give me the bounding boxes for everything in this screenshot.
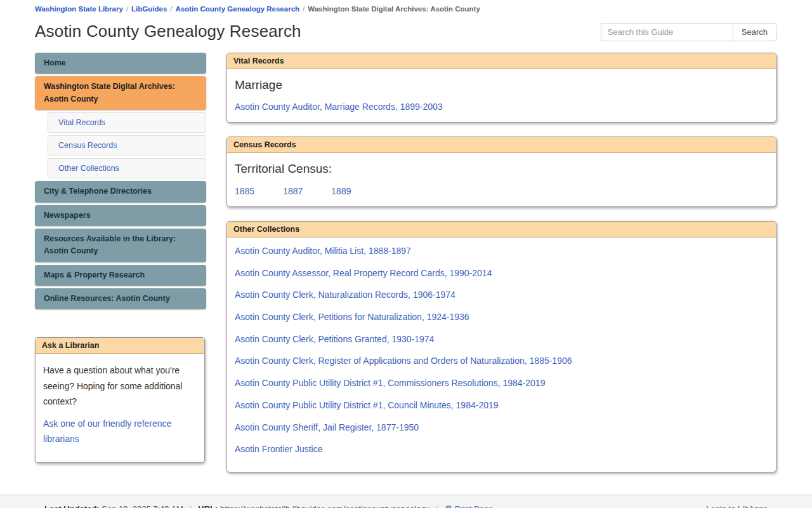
subpage-link[interactable]: Vital Records (58, 118, 105, 127)
subpage-link[interactable]: Census Records (58, 141, 117, 150)
petitions-for-naturalization-link[interactable]: Asotin County Clerk, Petitions for Natur… (235, 306, 768, 328)
census-records-header: Census Records (227, 137, 776, 153)
footer-divider: | (190, 504, 192, 508)
vital-records-box: Vital Records Marriage Asotin County Aud… (226, 53, 776, 123)
register-of-applications-link[interactable]: Asotin County Clerk, Register of Applica… (235, 350, 768, 372)
breadcrumb-link-library[interactable]: Washington State Library (35, 5, 123, 13)
commissioners-resolutions-link[interactable]: Asotin County Public Utility District #1… (235, 372, 768, 394)
ask-a-librarian-header: Ask a Librarian (36, 338, 204, 354)
sidebar-item-maps-property[interactable]: Maps & Property Research (35, 265, 206, 286)
sidebar-subitem-census-records[interactable]: Census Records (48, 135, 206, 156)
print-page-link[interactable]: Print Page (445, 504, 494, 508)
page-header: Asotin County Genealogy Research Search (35, 22, 776, 41)
other-collections-box: Other Collections Asotin County Auditor,… (226, 221, 776, 472)
jail-register-link[interactable]: Asotin County Sheriff, Jail Register, 18… (235, 417, 768, 439)
census-1887-link[interactable]: 1887 (283, 186, 303, 196)
vital-records-header: Vital Records (227, 53, 776, 69)
breadcrumb-separator: / (126, 5, 128, 13)
sidebar-item-online-resources[interactable]: Online Resources: Asotin County (35, 288, 206, 309)
page-footer: Last Updated: Sep 19, 2025 7:49 AM | URL… (0, 495, 812, 508)
ask-a-librarian-text: Have a question about what you're seeing… (43, 363, 197, 410)
sidebar-subitem-other-collections[interactable]: Other Collections (48, 158, 206, 178)
libguides-page: Washington State Library/LibGuides/Asoti… (0, 0, 812, 508)
guide-search: Search (601, 23, 776, 41)
breadcrumb-current-page: Washington State Digital Archives: Asoti… (308, 5, 480, 13)
last-updated-value: Sep 19, 2025 7:49 AM (102, 504, 183, 508)
census-records-box: Census Records Territorial Census: 1885 … (226, 137, 776, 207)
subpage-link[interactable]: Other Collections (58, 164, 119, 173)
real-property-record-cards-link[interactable]: Asotin County Assessor, Real Property Re… (235, 262, 768, 284)
sidebar-item-digital-archives[interactable]: Washington State Digital Archives: Asoti… (35, 76, 206, 110)
search-input[interactable] (601, 23, 733, 41)
breadcrumb: Washington State Library/LibGuides/Asoti… (35, 5, 776, 13)
petitions-granted-link[interactable]: Asotin County Clerk, Petitions Granted, … (235, 328, 768, 351)
census-1885-link[interactable]: 1885 (235, 186, 254, 196)
militia-list-link[interactable]: Asotin County Auditor, Militia List, 188… (235, 240, 768, 262)
main-content: Vital Records Marriage Asotin County Aud… (226, 53, 776, 486)
council-minutes-link[interactable]: Asotin County Public Utility District #1… (235, 394, 768, 417)
sidebar-item-city-telephone-directories[interactable]: City & Telephone Directories (35, 181, 206, 202)
other-collections-header: Other Collections (227, 222, 776, 237)
census-year-links: 1885 1887 1889 (235, 186, 768, 196)
sidebar-subitem-vital-records[interactable]: Vital Records (48, 112, 206, 133)
page-title: Asotin County Genealogy Research (35, 22, 301, 41)
printer-icon (445, 505, 452, 508)
breadcrumb-separator: / (303, 5, 304, 13)
sidebar-item-newspapers[interactable]: Newspapers (35, 205, 206, 226)
ask-a-librarian-box: Ask a Librarian Have a question about wh… (35, 337, 205, 463)
territorial-census-heading: Territorial Census: (235, 162, 768, 176)
last-updated-label: Last Updated: (44, 504, 100, 508)
census-1889-link[interactable]: 1889 (331, 186, 351, 196)
search-button[interactable]: Search (733, 23, 776, 41)
breadcrumb-separator: / (170, 5, 172, 13)
breadcrumb-link-libguides[interactable]: LibGuides (131, 5, 167, 13)
naturalization-records-link[interactable]: Asotin County Clerk, Naturalization Reco… (235, 284, 768, 306)
login-libapps-link[interactable]: Login to LibApps (706, 504, 768, 508)
sidebar-item-resources-in-library[interactable]: Resources Available in the Library: Asot… (35, 229, 206, 262)
print-page-label: Print Page (455, 504, 494, 508)
url-value: https://washstatelib.libguides.com/asoti… (220, 504, 429, 508)
footer-divider: | (436, 504, 438, 508)
sidebar-item-home[interactable]: Home (35, 53, 206, 74)
sidebar-subpages: Vital Records Census Records Other Colle… (48, 112, 206, 178)
marriage-heading: Marriage (235, 78, 768, 92)
sidebar-nav: Home Washington State Digital Archives: … (35, 53, 206, 477)
asotin-frontier-justice-link[interactable]: Asotin Frontier Justice (235, 438, 768, 460)
ask-librarian-link[interactable]: Ask one of our friendly reference librar… (43, 416, 197, 447)
breadcrumb-link-guide[interactable]: Asotin County Genealogy Research (176, 5, 300, 13)
marriage-records-link[interactable]: Asotin County Auditor, Marriage Records,… (235, 102, 768, 112)
url-label: URL: (198, 504, 218, 508)
